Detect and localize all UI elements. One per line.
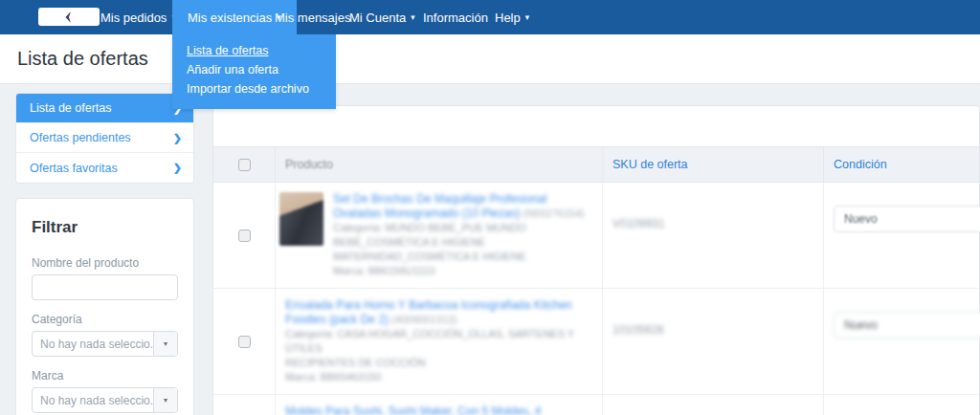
table-row: Set De Brochas De Maquillaje Profesional… <box>213 183 979 289</box>
carrefour-logo-icon <box>56 11 81 24</box>
sku-cell: V0109931 <box>603 183 824 288</box>
product-name-label: Nombre del producto <box>32 256 178 270</box>
sidebar-item-lista-de-ofertas[interactable]: Lista de ofertas ❯ <box>16 94 193 123</box>
table-header-row: Producto SKU de oferta Condición <box>213 146 979 183</box>
product-brand: Marca: BB65463150 <box>285 371 381 382</box>
category-select[interactable]: No hay nada seleccio... ▼ <box>32 331 178 357</box>
filter-title: Filtrar <box>32 218 178 237</box>
offers-table: Producto SKU de oferta Condición Set De … <box>213 146 979 415</box>
chevron-down-icon: ▾ <box>525 12 530 22</box>
nav-informacion[interactable]: Información <box>423 0 488 34</box>
nav-mis-pedidos[interactable]: Mis pedidos ▾ <box>100 0 176 34</box>
table-row: Moldes Para Sushi, Sushi Maker, Con 5 Mo… <box>213 395 979 415</box>
product-thumbnail[interactable] <box>279 192 323 246</box>
page-title: Lista de ofertas <box>17 48 148 70</box>
row-checkbox-cell <box>213 395 276 415</box>
brand-label: Marca <box>32 369 178 382</box>
filter-panel: Filtrar Nombre del producto Categoría No… <box>15 198 194 415</box>
row-checkbox-cell <box>213 289 276 394</box>
select-all-checkbox[interactable] <box>238 159 251 171</box>
product-cell: Ensalada Para Horno Y Barbacoa Iconograf… <box>276 289 603 394</box>
row-checkbox[interactable] <box>238 229 251 242</box>
nav-mis-mensajes[interactable]: Mis mensajes <box>275 0 350 34</box>
nav-label: Mis mensajes <box>275 11 350 25</box>
mis-existencias-dropdown: Lista de ofertas Añadir una oferta Impor… <box>172 34 336 109</box>
sidebar-item-ofertas-pendientes[interactable]: Ofertas pendientes ❯ <box>16 123 193 153</box>
offers-table-card: Producto SKU de oferta Condición Set De … <box>212 105 980 415</box>
condition-select[interactable]: Nuevo <box>834 206 980 232</box>
condition-cell: Nuevo <box>824 289 979 394</box>
product-link[interactable]: Moldes Para Sushi, Sushi Maker, Con 5 Mo… <box>285 404 592 415</box>
condition-cell: Nuevo <box>824 395 979 415</box>
product-cell: Set De Brochas De Maquillaje Profesional… <box>276 183 603 288</box>
nav-label: Mis pedidos <box>100 11 167 25</box>
sku-cell: 10105928 <box>603 289 824 394</box>
sku-value: V0109931 <box>612 192 813 230</box>
condition-cell: Nuevo <box>824 183 979 288</box>
category-select-value: No hay nada seleccio... <box>33 338 153 351</box>
table-row: Ensalada Para Horno Y Barbacoa Iconograf… <box>213 289 979 395</box>
brand-select-value: No hay nada seleccio... <box>33 394 153 407</box>
brand-select[interactable]: No hay nada seleccio... ▼ <box>32 387 178 413</box>
chevron-right-icon: ❯ <box>173 132 182 144</box>
nav-label: Información <box>423 11 488 25</box>
sidebar-item-ofertas-favoritas[interactable]: Ofertas favoritas ❯ <box>16 153 193 183</box>
row-checkbox[interactable] <box>238 336 251 348</box>
chevron-right-icon: ❯ <box>173 162 182 174</box>
nav-label: Help <box>495 11 521 25</box>
product-cell: Moldes Para Sushi, Sushi Maker, Con 5 Mo… <box>276 395 603 415</box>
brand-logo[interactable] <box>38 8 100 26</box>
column-header-producto[interactable]: Producto <box>276 147 603 182</box>
top-navbar: Mis pedidos ▾ Mis existencias ▾ Mis mens… <box>0 0 980 34</box>
product-ref: (N55276154) <box>523 208 585 219</box>
dropdown-item-importar-desde-archivo[interactable]: Importar desde archivo <box>172 79 336 98</box>
sidebar-item-label: Lista de ofertas <box>30 101 111 115</box>
nav-mi-cuenta[interactable]: Mi Cuenta ▾ <box>349 0 415 34</box>
nav-label: Mi Cuenta <box>349 11 406 25</box>
select-arrow-icon[interactable]: ▼ <box>153 388 177 412</box>
product-brand: Marca: BB6156U1110 <box>333 265 435 276</box>
category-label: Categoría <box>32 313 178 326</box>
sku-value: B290579 <box>612 404 813 415</box>
sidebar-item-label: Ofertas pendientes <box>30 131 131 144</box>
sku-cell: B290579 <box>603 395 824 415</box>
sku-value: 10105928 <box>612 298 813 337</box>
product-ref: (4009001313) <box>391 314 457 325</box>
page-header: Lista de ofertas <box>0 34 980 84</box>
nav-help[interactable]: Help ▾ <box>495 0 529 34</box>
sidebar-item-label: Ofertas favoritas <box>30 162 118 175</box>
header-checkbox-cell <box>213 147 276 182</box>
chevron-down-icon: ▾ <box>411 12 415 22</box>
dropdown-item-anadir-una-oferta[interactable]: Añadir una oferta <box>172 60 336 79</box>
product-link[interactable]: Set De Brochas De Maquillaje Profesional… <box>333 192 546 220</box>
product-category: Categoría: MUNDO BEBÉ_PUE MUNDO BEBÉ_COS… <box>333 222 526 262</box>
nav-label: Mis existencias <box>188 11 272 25</box>
column-header-condicion[interactable]: Condición <box>824 147 979 182</box>
row-checkbox-cell <box>213 183 276 288</box>
product-category: Categoría: CASA HOGAR_COCCIÓN_OLLAS, SAR… <box>285 328 574 354</box>
product-name-input[interactable] <box>32 274 178 300</box>
app-window: Mis pedidos ▾ Mis existencias ▾ Mis mens… <box>0 0 980 415</box>
product-category2: RECIPIENTES DE COCCIÓN <box>285 357 426 368</box>
condition-select[interactable]: Nuevo <box>834 312 980 339</box>
select-arrow-icon[interactable]: ▼ <box>153 332 177 356</box>
column-header-sku[interactable]: SKU de oferta <box>603 147 824 182</box>
sidebar-nav: Lista de ofertas ❯ Ofertas pendientes ❯ … <box>15 93 194 184</box>
dropdown-item-lista-de-ofertas[interactable]: Lista de ofertas <box>172 41 336 60</box>
